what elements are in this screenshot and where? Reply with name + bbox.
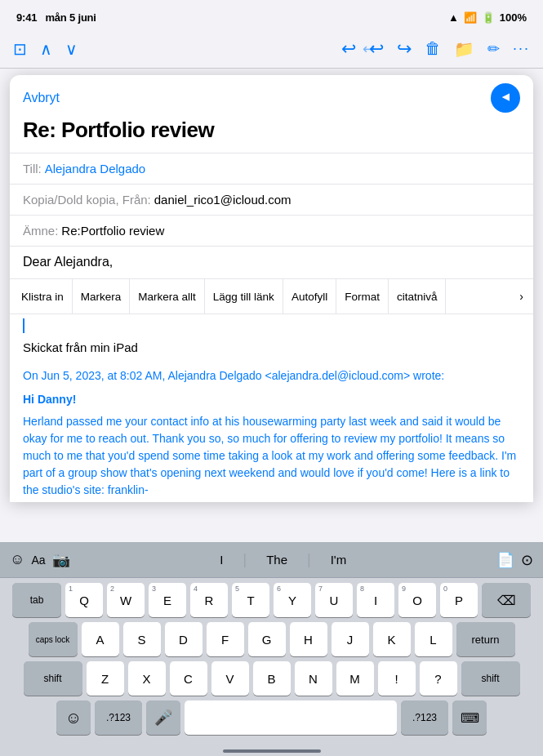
key-v[interactable]: V <box>211 661 249 696</box>
home-indicator <box>0 745 543 756</box>
cursor-area[interactable] <box>10 314 533 337</box>
predictive-sep-2: | <box>307 551 311 568</box>
keyboard-toolbar-right: 📄 ⊙ <box>496 551 533 569</box>
caps-lock-key[interactable]: caps lock <box>29 622 78 656</box>
sent-from-line: Skickat från min iPad <box>10 337 533 358</box>
next-message-button[interactable]: ∨ <box>65 39 78 59</box>
shift-key-left[interactable]: shift <box>24 661 82 696</box>
keyboard-toolbar-left: ☺ Aa 📷 <box>10 551 70 569</box>
select-button[interactable]: Markera <box>73 279 131 314</box>
status-bar: 9:41 mån 5 juni ▲ 📶 🔋 100% <box>0 0 543 29</box>
page: 9:41 mån 5 juni ▲ 📶 🔋 100% ⊡ ∧ ∨ ↩ ↩ ↩ ↪… <box>0 0 543 756</box>
keyboard-emoji-icon[interactable]: ☺ <box>10 551 24 568</box>
sidebar-toggle-button[interactable]: ⊡ <box>13 39 27 59</box>
text-cursor <box>23 318 24 333</box>
shift-key-right[interactable]: shift <box>461 661 520 696</box>
toolbar-left-group: ⊡ ∧ ∨ <box>13 39 78 59</box>
keyboard-font-size-btn[interactable]: Aa <box>31 554 45 567</box>
key-f[interactable]: F <box>207 622 244 656</box>
select-all-button[interactable]: Markera allt <box>130 279 205 314</box>
send-button[interactable]: ▲ <box>491 83 520 113</box>
keyboard: ☺ Aa 📷 I | The | I'm 📄 ⊙ tab 1Q 2W <box>0 542 543 756</box>
previous-message-button[interactable]: ∧ <box>40 39 52 59</box>
key-s[interactable]: S <box>123 622 161 656</box>
quoted-greeting: Hi Danny! <box>23 391 520 408</box>
format-button[interactable]: Format <box>336 279 389 314</box>
cc-value: daniel_rico1@icloud.com <box>154 193 292 207</box>
key-i[interactable]: 8I <box>357 583 394 617</box>
key-k[interactable]: K <box>373 622 411 656</box>
email-subject: Re: Portfolio review <box>10 118 533 153</box>
key-j[interactable]: J <box>332 622 369 656</box>
key-q[interactable]: 1Q <box>65 583 103 617</box>
cc-field[interactable]: Kopia/Dold kopia, Från: daniel_rico1@icl… <box>10 184 533 215</box>
predictive-word-3[interactable]: I'm <box>324 551 354 568</box>
home-bar <box>223 749 321 753</box>
reply-all-button[interactable]: ↩ ↩ <box>369 38 384 60</box>
to-label: Till: <box>23 162 42 176</box>
autofill-button[interactable]: Autofyll <box>283 279 336 314</box>
microphone-key[interactable]: 🎤 <box>146 700 180 735</box>
key-z[interactable]: Z <box>87 661 124 696</box>
keyboard-doc-icon[interactable]: 📄 <box>496 551 514 569</box>
keyboard-dismiss-key[interactable]: ⌨ <box>452 700 487 735</box>
space-key[interactable] <box>185 700 397 735</box>
emoji-key[interactable]: ☺ <box>56 700 91 735</box>
delete-key[interactable]: ⌫ <box>482 583 531 617</box>
key-l[interactable]: L <box>415 622 452 656</box>
toolbar-more-arrow[interactable]: › <box>513 287 530 306</box>
wifi-signal-icon: 📶 <box>464 11 477 24</box>
quoted-body: Herland passed me your contact info at h… <box>23 413 520 499</box>
key-a[interactable]: A <box>82 622 119 656</box>
quote-level-button[interactable]: citatnivå <box>389 279 447 314</box>
key-m[interactable]: M <box>336 661 374 696</box>
key-c[interactable]: C <box>170 661 207 696</box>
predictive-word-2[interactable]: The <box>260 551 294 568</box>
more-button[interactable]: ··· <box>513 40 530 57</box>
key-d[interactable]: D <box>165 622 203 656</box>
email-body-greeting: Dear Alejandra, <box>10 246 533 278</box>
trash-button[interactable]: 🗑 <box>425 39 441 58</box>
reply-button[interactable]: ↩ <box>341 38 356 60</box>
key-p[interactable]: 0P <box>440 583 478 617</box>
status-icons: ▲ 📶 🔋 100% <box>448 11 527 24</box>
key-h[interactable]: H <box>290 622 327 656</box>
key-y[interactable]: 6Y <box>274 583 311 617</box>
keyboard-camera-icon[interactable]: 📷 <box>52 551 70 569</box>
key-t[interactable]: 5T <box>232 583 269 617</box>
to-field[interactable]: Till: Alejandra Delgado <box>10 153 533 184</box>
numeric-key-right[interactable]: .?123 <box>401 700 448 735</box>
predictive-word-1[interactable]: I <box>213 551 229 568</box>
return-key[interactable]: return <box>456 622 515 656</box>
key-n[interactable]: N <box>295 661 332 696</box>
key-x[interactable]: X <box>128 661 166 696</box>
numeric-key[interactable]: .?123 <box>95 700 142 735</box>
subject-field[interactable]: Ämne: Re:Portfolio review <box>10 215 533 246</box>
to-value: Alejandra Delgado <box>45 162 145 176</box>
key-u[interactable]: 7U <box>315 583 353 617</box>
key-g[interactable]: G <box>248 622 286 656</box>
key-e[interactable]: 3E <box>149 583 186 617</box>
wifi-icon: ▲ <box>448 11 459 24</box>
subject-label: Ämne: <box>23 224 58 238</box>
status-time-date: 9:41 mån 5 juni <box>16 11 96 24</box>
key-question[interactable]: ? <box>420 661 457 696</box>
tab-key[interactable]: tab <box>12 583 61 617</box>
key-r[interactable]: 4R <box>190 583 228 617</box>
add-link-button[interactable]: Lägg till länk <box>205 279 283 314</box>
forward-button[interactable]: ↪ <box>397 38 412 60</box>
compose-button[interactable]: ✏ <box>487 40 500 58</box>
keyboard-search-icon[interactable]: ⊙ <box>521 551 533 569</box>
battery-pct: 100% <box>500 11 527 24</box>
predictive-bar: I | The | I'm <box>213 551 353 568</box>
key-exclamation[interactable]: ! <box>378 661 416 696</box>
quoted-email: On Jun 5, 2023, at 8:02 AM, Alejandra De… <box>10 364 533 502</box>
folder-button[interactable]: 📁 <box>454 39 474 59</box>
key-w[interactable]: 2W <box>107 583 145 617</box>
key-b[interactable]: B <box>253 661 291 696</box>
key-o[interactable]: 9O <box>398 583 436 617</box>
paste-button[interactable]: Klistra in <box>13 279 73 314</box>
key-row-2: caps lock A S D F G H J K L return <box>3 622 540 656</box>
cancel-button[interactable]: Avbryt <box>23 91 60 105</box>
keyboard-rows: tab 1Q 2W 3E 4R 5T 6Y 7U 8I 9O 0P ⌫ caps… <box>0 578 543 745</box>
